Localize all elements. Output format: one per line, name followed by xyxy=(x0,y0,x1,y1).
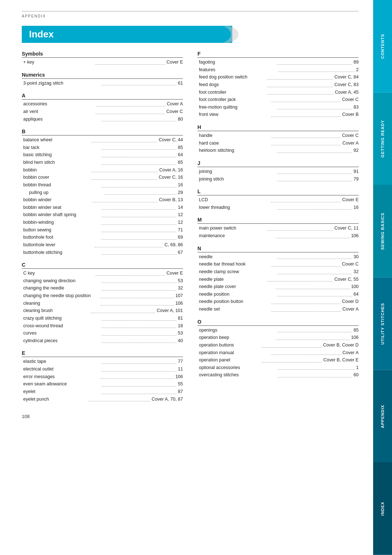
list-item: bobbinCover A, 16 xyxy=(22,166,183,174)
entry-term: curves xyxy=(23,329,100,337)
entry-term: needle position xyxy=(199,291,275,298)
entry-page: 92 xyxy=(354,147,359,154)
entry-dots xyxy=(95,108,165,114)
entry-term: buttonhole stitching xyxy=(23,249,100,256)
list-item: bobbin thread16 xyxy=(22,181,183,189)
entry-page: 69 xyxy=(178,234,183,241)
section-title-o: O xyxy=(197,319,359,326)
entry-page: Cover A xyxy=(167,100,183,108)
sidebar-item-contents[interactable]: CONTENTS xyxy=(373,0,392,93)
entry-page: Cover B xyxy=(342,111,359,118)
entry-page: Cover B, Cover D xyxy=(323,341,359,349)
entry-page: 106 xyxy=(175,373,183,381)
entry-term: buttonhole lever xyxy=(23,241,93,249)
entry-term: needle plate xyxy=(199,276,266,283)
entry-dots xyxy=(271,305,341,312)
entry-term: foot controller xyxy=(199,89,266,96)
sidebar-item-appendix[interactable]: APPENDIX xyxy=(373,370,392,463)
entry-page: 67 xyxy=(178,249,183,256)
list-item: overcasting stitches60 xyxy=(197,371,359,379)
list-item: cleaning brushCover A, 101 xyxy=(22,307,183,315)
entry-term: hard case xyxy=(199,139,270,147)
entry-dots xyxy=(101,116,176,122)
entry-term: lower threading xyxy=(199,204,275,211)
sidebar-item-getting-ready[interactable]: GETTING READY xyxy=(373,93,392,185)
entry-dots xyxy=(277,268,352,274)
section-title-f: F xyxy=(197,51,359,58)
entry-page: Cover C, 55 xyxy=(334,276,359,283)
list-item: curves53 xyxy=(22,329,183,337)
list-item: operation beep106 xyxy=(197,334,359,341)
page-footer: 108 xyxy=(22,414,359,419)
entry-page: 106 xyxy=(175,300,183,307)
list-item: buttonhole foot69 xyxy=(22,234,183,241)
entry-dots xyxy=(271,132,340,138)
entry-page: Cover B, 13 xyxy=(159,196,183,204)
entry-dots xyxy=(277,147,352,153)
list-item: feed dogsCover C, 83 xyxy=(197,81,359,89)
entry-page: 83 xyxy=(354,104,359,111)
entry-dots xyxy=(101,315,176,321)
list-item: changing sewing direction53 xyxy=(22,277,183,285)
entry-dots xyxy=(271,139,341,146)
entry-page: Cover A, 16 xyxy=(159,166,183,174)
entry-dots xyxy=(100,373,174,379)
entry-dots xyxy=(262,341,322,348)
entry-dots xyxy=(101,181,176,187)
list-item: front viewCover B xyxy=(197,111,359,118)
entry-page: 16 xyxy=(354,204,359,211)
list-item: heirloom stitching92 xyxy=(197,147,359,154)
entry-dots xyxy=(277,291,352,297)
entry-page: 106 xyxy=(351,232,359,240)
entry-page: Cover D xyxy=(342,298,359,305)
list-item: balance wheelCover C, 44 xyxy=(22,136,183,144)
entry-page: 89 xyxy=(354,58,359,66)
appendix-bar: APPENDIX xyxy=(22,11,359,19)
entry-term: bar tack xyxy=(23,144,100,151)
list-item: cleaning106 xyxy=(22,300,183,307)
entry-term: elastic tape xyxy=(23,358,100,365)
entry-term: front view xyxy=(199,111,270,118)
sidebar-item-utility-stitches[interactable]: UTILITY STITCHES xyxy=(373,278,392,370)
entry-term: bobbin winder shaft spring xyxy=(23,211,100,219)
entry-dots xyxy=(101,388,176,394)
entry-page: 100 xyxy=(351,283,359,291)
entry-page: Cover A, 45 xyxy=(335,89,359,96)
list-item: crazy quilt stitching81 xyxy=(22,315,183,322)
entry-term: operation panel xyxy=(199,356,260,364)
entry-page: 2 xyxy=(356,66,359,74)
entry-term: changing sewing direction xyxy=(23,277,100,285)
entry-dots xyxy=(101,159,176,165)
section-title-n: N xyxy=(197,246,359,252)
entry-page: 40 xyxy=(178,337,183,345)
entry-dots xyxy=(95,270,165,276)
entry-term: free-motion quilting xyxy=(199,104,275,111)
entry-page: Cover A xyxy=(343,305,359,313)
entry-dots xyxy=(277,104,352,110)
sidebar-item-sewing-basics[interactable]: SEWING BASICS xyxy=(373,185,392,278)
list-item: needle plate cover100 xyxy=(197,283,359,291)
entry-dots xyxy=(262,356,322,362)
entry-dots xyxy=(271,96,340,102)
entry-page: Cover A, 101 xyxy=(157,307,183,315)
entry-page: C, 69, 86 xyxy=(164,241,183,249)
entry-page: Cover C, 11 xyxy=(334,224,359,232)
entry-term: eyelet xyxy=(23,388,100,396)
sidebar-item-index[interactable]: INDEX xyxy=(373,462,392,555)
entry-dots xyxy=(268,89,333,95)
entry-page: Cover E xyxy=(342,196,359,204)
entry-page: 81 xyxy=(178,315,183,322)
entry-page: 77 xyxy=(178,358,183,365)
list-item: blind hem stitch65 xyxy=(22,159,183,166)
entry-dots xyxy=(101,226,176,232)
list-item: electrical outlet11 xyxy=(22,365,183,373)
list-item: main power switchCover C, 11 xyxy=(197,224,359,232)
entry-dots xyxy=(277,253,352,259)
entry-page: 30 xyxy=(354,253,359,261)
list-item: error messages106 xyxy=(22,373,183,381)
section-title-b: B xyxy=(22,129,183,135)
entry-term: even seam allowance xyxy=(23,380,100,388)
list-item: cross-wound thread18 xyxy=(22,322,183,330)
list-item: bar tack85 xyxy=(22,144,183,151)
list-item: elastic tape77 xyxy=(22,358,183,365)
